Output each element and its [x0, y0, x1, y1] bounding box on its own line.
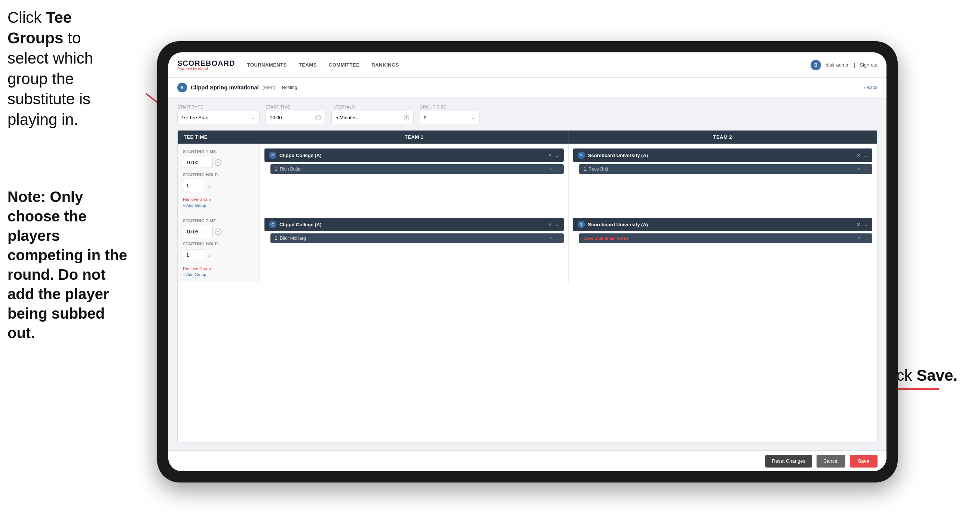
- player-name-1-1: 1. Rich Butler: [275, 166, 546, 172]
- back-button[interactable]: ‹ Back: [864, 84, 878, 90]
- team2-x-icon-1[interactable]: ✕: [857, 153, 861, 158]
- player-expand-icon-2-1[interactable]: ⌄: [864, 166, 868, 172]
- team1-name-2: Clippd College (A): [279, 222, 545, 228]
- start-time-input[interactable]: 10:00 🕙: [266, 111, 325, 124]
- starting-time-wrap-1: 🕙: [183, 157, 255, 168]
- intervals-label: Intervals: [331, 105, 414, 109]
- team2-actions-1: ✕ ⌄: [857, 153, 868, 158]
- reset-changes-button[interactable]: Reset Changes: [765, 455, 813, 468]
- user-avatar: B: [811, 60, 821, 70]
- tee-time-cell-1: STARTING TIME: 🕙 STARTING HOLE: ⌄ Remove…: [178, 144, 260, 213]
- hole-spinner-2: ⌄: [207, 252, 212, 258]
- add-group-btn-1[interactable]: + Add Group: [183, 203, 255, 208]
- hole-input-wrap-2: ⌄: [183, 249, 255, 260]
- hole-input-2[interactable]: [183, 249, 205, 260]
- logo-area: SCOREBOARD Powered by clippd: [177, 59, 235, 71]
- start-type-label: Start Type: [177, 105, 259, 109]
- tee-table: Tee Time Team 1 Team 2 STARTING TIME: 🕙 …: [177, 130, 878, 443]
- settings-row: Start Type 1st Tee Start ⌄ Start Time 10…: [177, 105, 878, 124]
- team2-column-header: Team 2: [568, 131, 877, 143]
- player-x-icon-2-2[interactable]: ✕: [858, 236, 861, 241]
- starting-hole-label-1: STARTING HOLE:: [183, 172, 255, 177]
- group-size-label: Group Size: [420, 105, 479, 109]
- nav-divider: |: [854, 62, 855, 68]
- hole-spinner-1: ⌄: [207, 182, 212, 189]
- sign-out-link[interactable]: Sign out: [859, 62, 878, 68]
- team1-x-icon-1[interactable]: ✕: [548, 153, 552, 158]
- team2-x-icon-2[interactable]: ✕: [857, 222, 861, 228]
- player-actions-2-2: ✕ ⌄: [858, 236, 868, 241]
- sub-header-left: B Clippd Spring Invitational (Men) Hosti…: [177, 83, 864, 92]
- hosting-badge: Hosting: [282, 85, 298, 90]
- remove-group-btn-1[interactable]: Remove Group: [183, 197, 255, 202]
- tee-time-cell-2: STARTING TIME: 🕙 STARTING HOLE: ⌄ Remove…: [178, 213, 260, 282]
- start-type-spinner: ⌄: [251, 115, 256, 121]
- tablet-screen: SCOREBOARD Powered by clippd TOURNAMENTS…: [168, 53, 886, 471]
- tee-table-header: Tee Time Team 1 Team 2: [178, 131, 877, 143]
- starting-time-input-1[interactable]: [183, 157, 213, 168]
- player-expand-icon-1-1[interactable]: ⌄: [555, 166, 559, 172]
- group-actions-2: Remove Group + Add Group: [183, 266, 255, 277]
- group-size-input[interactable]: 2 ⌄: [420, 111, 479, 124]
- team1-card-2: C Clippd College (A) ✕ ⌄: [264, 218, 564, 231]
- team2-dot-2: S: [578, 221, 585, 228]
- save-button[interactable]: Save: [850, 455, 878, 468]
- starting-time-label-2: STARTING TIME:: [183, 218, 255, 223]
- team2-card-1: S Scoreboard University (A) ✕ ⌄: [573, 148, 872, 162]
- content-area: Start Type 1st Tee Start ⌄ Start Time 10…: [168, 97, 886, 450]
- add-group-btn-2[interactable]: + Add Group: [183, 272, 255, 277]
- tee-group-row-1: STARTING TIME: 🕙 STARTING HOLE: ⌄ Remove…: [178, 143, 877, 213]
- cancel-button[interactable]: Cancel: [816, 455, 845, 468]
- group-size-spinner: ⌄: [471, 115, 476, 121]
- group-size-group: Group Size 2 ⌄: [420, 105, 479, 124]
- event-gender: (Men): [262, 84, 275, 90]
- player-card-2-2: Dave Billingham (SUB) ✕ ⌄: [579, 233, 872, 243]
- team1-card-1: C Clippd College (A) ✕ ⌄: [264, 148, 564, 162]
- nav-tournaments[interactable]: TOURNAMENTS: [247, 61, 286, 69]
- sub-header: B Clippd Spring Invitational (Men) Hosti…: [168, 78, 886, 97]
- time-icon-1: 🕙: [214, 159, 222, 166]
- remove-group-btn-2[interactable]: Remove Group: [183, 266, 255, 271]
- group-size-value: 2: [424, 115, 426, 121]
- start-type-input[interactable]: 1st Tee Start ⌄: [177, 111, 259, 124]
- tee-time-column-header: Tee Time: [178, 131, 260, 143]
- player-x-icon-2-1[interactable]: ✕: [858, 166, 861, 172]
- team1-expand-icon-2[interactable]: ⌄: [555, 222, 559, 228]
- start-time-icon: 🕙: [315, 115, 321, 121]
- team1-expand-icon-1[interactable]: ⌄: [555, 153, 559, 158]
- team2-card-2: S Scoreboard University (A) ✕ ⌄: [573, 218, 872, 231]
- navbar: SCOREBOARD Powered by clippd TOURNAMENTS…: [168, 53, 886, 78]
- footer: Reset Changes Cancel Save: [168, 450, 886, 471]
- team1-dot-2: C: [269, 221, 277, 228]
- team2-expand-icon-2[interactable]: ⌄: [864, 222, 868, 228]
- nav-items: TOURNAMENTS TEAMS COMMITTEE RANKINGS: [247, 61, 811, 69]
- team2-dot-1: S: [578, 151, 585, 159]
- team1-cell-1: C Clippd College (A) ✕ ⌄ 1. Rich Butler …: [260, 144, 568, 213]
- team1-name-1: Clippd College (A): [279, 153, 545, 158]
- starting-time-label-1: STARTING TIME:: [183, 149, 255, 154]
- start-time-value: 10:00: [270, 115, 282, 121]
- hole-input-wrap-1: ⌄: [183, 180, 255, 191]
- start-type-group: Start Type 1st Tee Start ⌄: [177, 105, 259, 124]
- click-save-bold: Save.: [916, 366, 958, 384]
- starting-hole-label-2: STARTING HOLE:: [183, 242, 255, 246]
- player-x-icon-1-1[interactable]: ✕: [549, 166, 552, 172]
- team1-actions-1: ✕ ⌄: [548, 153, 559, 158]
- team2-name-1: Scoreboard University (A): [588, 153, 854, 158]
- nav-teams[interactable]: TEAMS: [299, 61, 317, 69]
- player-name-2-2: Dave Billingham (SUB): [584, 236, 854, 240]
- team1-x-icon-2[interactable]: ✕: [548, 222, 552, 228]
- starting-time-input-2[interactable]: [183, 226, 213, 237]
- player-x-icon-1-2[interactable]: ✕: [549, 236, 552, 241]
- intervals-input[interactable]: 5 Minutes 🕙: [331, 111, 414, 124]
- team1-dot-1: C: [269, 151, 277, 159]
- nav-committee[interactable]: COMMITTEE: [329, 61, 360, 69]
- player-expand-icon-1-2[interactable]: ⌄: [555, 236, 559, 241]
- player-expand-icon-2-2[interactable]: ⌄: [864, 236, 868, 241]
- start-time-label: Start Time: [266, 105, 325, 109]
- nav-rankings[interactable]: RANKINGS: [371, 61, 399, 69]
- hole-input-1[interactable]: [183, 180, 205, 191]
- team2-expand-icon-1[interactable]: ⌄: [864, 153, 868, 158]
- event-title: Clippd Spring Invitational: [191, 84, 259, 91]
- note-text: Note: Only choose the players competing …: [8, 187, 135, 342]
